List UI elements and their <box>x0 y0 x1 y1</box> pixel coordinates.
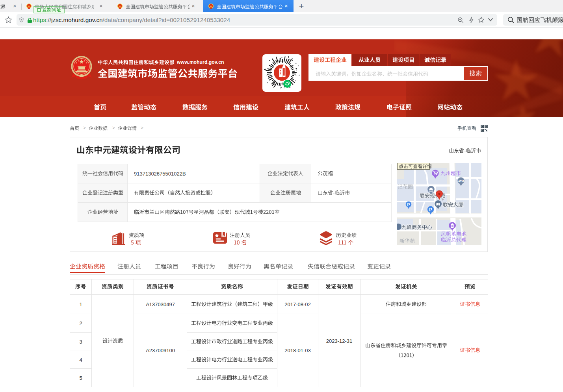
svg-text:ATM: ATM <box>458 180 464 183</box>
svg-text:P: P <box>407 202 410 207</box>
svg-text:P: P <box>429 207 432 213</box>
